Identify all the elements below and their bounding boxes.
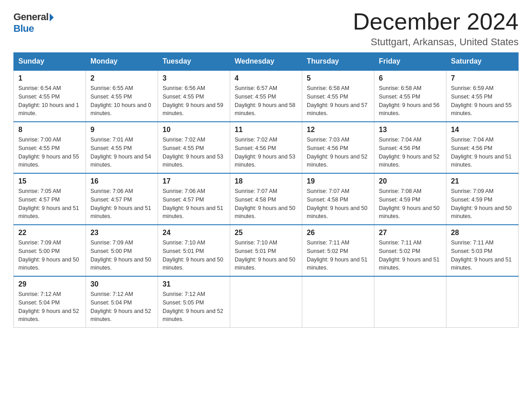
table-row: 7Sunrise: 6:59 AMSunset: 4:55 PMDaylight… [446,70,519,122]
day-number: 2 [90,74,153,82]
table-row: 17Sunrise: 7:06 AMSunset: 4:57 PMDayligh… [158,173,230,225]
col-friday: Friday [374,53,446,71]
table-row: 11Sunrise: 7:02 AMSunset: 4:56 PMDayligh… [230,122,302,173]
day-number: 12 [307,126,369,134]
table-row: 14Sunrise: 7:04 AMSunset: 4:56 PMDayligh… [446,122,519,173]
table-row: 9Sunrise: 7:01 AMSunset: 4:55 PMDaylight… [86,122,158,173]
table-row: 10Sunrise: 7:02 AMSunset: 4:55 PMDayligh… [158,122,230,173]
day-detail: Sunrise: 6:54 AMSunset: 4:55 PMDaylight:… [18,84,81,118]
table-row: 2Sunrise: 6:55 AMSunset: 4:55 PMDaylight… [86,70,158,122]
day-detail: Sunrise: 7:05 AMSunset: 4:57 PMDaylight:… [18,187,81,221]
calendar-week-row: 15Sunrise: 7:05 AMSunset: 4:57 PMDayligh… [14,173,519,225]
day-detail: Sunrise: 7:12 AMSunset: 5:04 PMDaylight:… [18,290,81,324]
day-number: 31 [163,280,225,288]
day-detail: Sunrise: 7:10 AMSunset: 5:01 PMDaylight:… [235,239,297,272]
day-detail: Sunrise: 6:55 AMSunset: 4:55 PMDaylight:… [90,84,153,118]
day-number: 24 [163,229,225,237]
table-row [446,276,519,328]
day-number: 23 [90,229,153,237]
table-row: 1Sunrise: 6:54 AMSunset: 4:55 PMDaylight… [14,70,86,122]
day-number: 1 [18,74,81,82]
table-row: 31Sunrise: 7:12 AMSunset: 5:05 PMDayligh… [158,276,230,328]
table-row: 19Sunrise: 7:07 AMSunset: 4:58 PMDayligh… [302,173,374,225]
calendar-week-row: 29Sunrise: 7:12 AMSunset: 5:04 PMDayligh… [14,276,519,328]
day-number: 26 [307,229,369,237]
day-detail: Sunrise: 7:06 AMSunset: 4:57 PMDaylight:… [90,187,153,221]
table-row: 30Sunrise: 7:12 AMSunset: 5:04 PMDayligh… [86,276,158,328]
table-row: 22Sunrise: 7:09 AMSunset: 5:00 PMDayligh… [14,225,86,276]
day-number: 9 [90,126,153,134]
day-detail: Sunrise: 6:59 AMSunset: 4:55 PMDaylight:… [451,84,514,118]
table-row: 21Sunrise: 7:09 AMSunset: 4:59 PMDayligh… [446,173,519,225]
day-detail: Sunrise: 7:11 AMSunset: 5:03 PMDaylight:… [451,239,514,272]
day-number: 29 [18,280,81,288]
table-row: 6Sunrise: 6:58 AMSunset: 4:55 PMDaylight… [374,70,446,122]
logo-arrow-icon [50,13,54,21]
table-row: 25Sunrise: 7:10 AMSunset: 5:01 PMDayligh… [230,225,302,276]
day-number: 16 [90,177,153,185]
day-number: 10 [163,126,225,134]
day-number: 27 [379,229,442,237]
table-row: 15Sunrise: 7:05 AMSunset: 4:57 PMDayligh… [14,173,86,225]
day-number: 8 [18,126,81,134]
day-detail: Sunrise: 7:09 AMSunset: 5:00 PMDaylight:… [90,239,153,272]
day-detail: Sunrise: 6:58 AMSunset: 4:55 PMDaylight:… [379,84,442,118]
logo: General Blue [13,9,54,34]
day-number: 11 [235,126,297,134]
table-row [374,276,446,328]
table-row: 3Sunrise: 6:56 AMSunset: 4:55 PMDaylight… [158,70,230,122]
day-detail: Sunrise: 7:04 AMSunset: 4:56 PMDaylight:… [451,136,514,169]
day-number: 15 [18,177,81,185]
day-detail: Sunrise: 6:58 AMSunset: 4:55 PMDaylight:… [307,84,369,118]
day-detail: Sunrise: 7:03 AMSunset: 4:56 PMDaylight:… [307,136,369,169]
day-number: 18 [235,177,297,185]
table-row: 12Sunrise: 7:03 AMSunset: 4:56 PMDayligh… [302,122,374,173]
day-detail: Sunrise: 7:12 AMSunset: 5:04 PMDaylight:… [90,290,153,324]
calendar-week-row: 8Sunrise: 7:00 AMSunset: 4:55 PMDaylight… [14,122,519,173]
day-detail: Sunrise: 7:07 AMSunset: 4:58 PMDaylight:… [235,187,297,221]
day-detail: Sunrise: 7:04 AMSunset: 4:56 PMDaylight:… [379,136,442,169]
day-detail: Sunrise: 7:00 AMSunset: 4:55 PMDaylight:… [18,136,81,169]
day-number: 5 [307,74,369,82]
day-number: 7 [451,74,514,82]
day-detail: Sunrise: 7:09 AMSunset: 4:59 PMDaylight:… [451,187,514,221]
day-detail: Sunrise: 7:11 AMSunset: 5:02 PMDaylight:… [307,239,369,272]
day-number: 13 [379,126,442,134]
table-row: 4Sunrise: 6:57 AMSunset: 4:55 PMDaylight… [230,70,302,122]
table-row [230,276,302,328]
day-detail: Sunrise: 7:08 AMSunset: 4:59 PMDaylight:… [379,187,442,221]
day-number: 25 [235,229,297,237]
day-detail: Sunrise: 7:06 AMSunset: 4:57 PMDaylight:… [163,187,225,221]
col-thursday: Thursday [302,53,374,71]
table-row: 13Sunrise: 7:04 AMSunset: 4:56 PMDayligh… [374,122,446,173]
col-tuesday: Tuesday [158,53,230,71]
month-year-title: December 2024 [353,9,519,34]
day-detail: Sunrise: 6:57 AMSunset: 4:55 PMDaylight:… [235,84,297,118]
day-number: 4 [235,74,297,82]
calendar-header-row: Sunday Monday Tuesday Wednesday Thursday… [14,53,519,71]
table-row: 29Sunrise: 7:12 AMSunset: 5:04 PMDayligh… [14,276,86,328]
col-saturday: Saturday [446,53,519,71]
day-number: 28 [451,229,514,237]
day-number: 14 [451,126,514,134]
day-detail: Sunrise: 6:56 AMSunset: 4:55 PMDaylight:… [163,84,225,118]
col-monday: Monday [86,53,158,71]
calendar-week-row: 22Sunrise: 7:09 AMSunset: 5:00 PMDayligh… [14,225,519,276]
day-detail: Sunrise: 7:07 AMSunset: 4:58 PMDaylight:… [307,187,369,221]
day-number: 20 [379,177,442,185]
day-detail: Sunrise: 7:09 AMSunset: 5:00 PMDaylight:… [18,239,81,272]
day-detail: Sunrise: 7:02 AMSunset: 4:56 PMDaylight:… [235,136,297,169]
table-row: 8Sunrise: 7:00 AMSunset: 4:55 PMDaylight… [14,122,86,173]
table-row: 26Sunrise: 7:11 AMSunset: 5:02 PMDayligh… [302,225,374,276]
day-detail: Sunrise: 7:12 AMSunset: 5:05 PMDaylight:… [163,290,225,324]
day-number: 19 [307,177,369,185]
day-number: 21 [451,177,514,185]
location-subtitle: Stuttgart, Arkansas, United States [353,36,519,48]
day-number: 6 [379,74,442,82]
day-number: 22 [18,229,81,237]
day-detail: Sunrise: 7:02 AMSunset: 4:55 PMDaylight:… [163,136,225,169]
day-number: 17 [163,177,225,185]
logo-general-text: General [13,11,48,22]
calendar-table: Sunday Monday Tuesday Wednesday Thursday… [13,52,519,328]
day-number: 3 [163,74,225,82]
